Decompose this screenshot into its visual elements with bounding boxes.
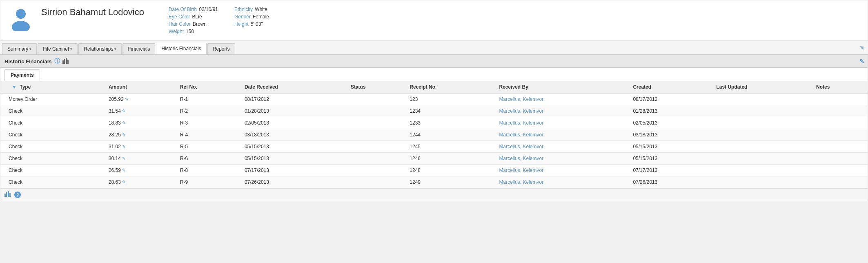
cell-amount: 26.59✎ — [105, 165, 176, 176]
gender-row: Gender Female — [234, 14, 284, 20]
table-row[interactable]: Check26.59✎R-807/17/20131248Marcellus, K… — [0, 165, 868, 176]
filter-icon[interactable]: ▼ — [12, 84, 17, 90]
footer-chart-icon[interactable] — [4, 191, 11, 198]
cell-received-by: Marcellus, Kelemvor — [495, 153, 629, 165]
cell-created: 02/05/2013 — [629, 117, 712, 129]
table-row[interactable]: Money Order205.92✎R-108/17/2012123Marcel… — [0, 93, 868, 105]
cell-last-updated — [712, 141, 812, 153]
amount-edit-icon[interactable]: ✎ — [122, 144, 126, 149]
table-row[interactable]: Check18.83✎R-302/05/20131233Marcellus, K… — [0, 117, 868, 129]
sub-tab-payments[interactable]: Payments — [4, 69, 40, 81]
section-title: Historic Financials — [4, 58, 52, 65]
received-by-link[interactable]: Marcellus, Kelemvor — [499, 156, 543, 161]
table-row[interactable]: Check28.25✎R-403/18/20131244Marcellus, K… — [0, 129, 868, 141]
received-by-link[interactable]: Marcellus, Kelemvor — [499, 120, 543, 126]
cell-date-received: 05/15/2013 — [240, 141, 347, 153]
tab-financials[interactable]: Financials — [122, 43, 155, 54]
eye-color-value: Blue — [192, 14, 202, 20]
info-icon[interactable]: ⓘ — [54, 58, 60, 65]
section-header: Historic Financials ⓘ ✎ — [0, 55, 868, 68]
cell-ref-no: R-9 — [176, 176, 240, 188]
tabs-edit-icon[interactable]: ✎ — [860, 45, 865, 51]
cell-notes — [812, 117, 868, 129]
svg-point-0 — [16, 9, 26, 19]
svg-rect-6 — [4, 194, 6, 197]
footer-bar: ? — [0, 188, 868, 201]
received-by-link[interactable]: Marcellus, Kelemvor — [499, 108, 543, 114]
chart-icon[interactable] — [62, 58, 69, 65]
cell-type: Check — [0, 117, 105, 129]
svg-rect-7 — [6, 192, 7, 197]
cell-last-updated — [712, 153, 812, 165]
table-row[interactable]: Check30.14✎R-605/15/20131246Marcellus, K… — [0, 153, 868, 165]
table-body: Money Order205.92✎R-108/17/2012123Marcel… — [0, 93, 868, 188]
received-by-link[interactable]: Marcellus, Kelemvor — [499, 167, 543, 173]
file-cabinet-dropdown-arrow: ▾ — [70, 47, 72, 51]
cell-amount: 205.92✎ — [105, 93, 176, 105]
cell-created: 08/17/2012 — [629, 93, 712, 105]
cell-date-received: 03/18/2013 — [240, 129, 347, 141]
gender-value: Female — [253, 14, 269, 20]
amount-edit-icon[interactable]: ✎ — [122, 109, 126, 114]
received-by-link[interactable]: Marcellus, Kelemvor — [499, 96, 543, 102]
hair-color-label: Hair Color — [169, 21, 191, 27]
amount-edit-icon[interactable]: ✎ — [122, 180, 126, 185]
cell-amount: 31.02✎ — [105, 141, 176, 153]
tab-reports-label: Reports — [213, 46, 230, 52]
cell-notes — [812, 176, 868, 188]
cell-created: 01/28/2013 — [629, 105, 712, 117]
tab-historic-financials-label: Historic Financials — [161, 46, 201, 51]
cell-last-updated — [712, 117, 812, 129]
col-receipt-no: Receipt No. — [405, 81, 495, 93]
avatar — [9, 7, 33, 31]
cell-created: 05/15/2013 — [629, 141, 712, 153]
tab-reports[interactable]: Reports — [207, 43, 235, 54]
footer-help-icon[interactable]: ? — [14, 192, 21, 198]
amount-edit-icon[interactable]: ✎ — [122, 120, 126, 125]
cell-receipt-no: 1246 — [405, 153, 495, 165]
cell-type: Check — [0, 176, 105, 188]
col-amount: Amount — [105, 81, 176, 93]
tab-file-cabinet[interactable]: File Cabinet ▾ — [38, 43, 78, 54]
tab-relationships[interactable]: Relationships ▾ — [78, 43, 122, 54]
table-row[interactable]: Check31.02✎R-505/15/20131245Marcellus, K… — [0, 141, 868, 153]
cell-ref-no: R-4 — [176, 129, 240, 141]
cell-amount: 18.83✎ — [105, 117, 176, 129]
cell-receipt-no: 1234 — [405, 105, 495, 117]
weight-row: Weight 150 — [169, 29, 218, 34]
person-info: Sirrion Bahamut Lodovico — [41, 7, 144, 18]
cell-amount: 31.54✎ — [105, 105, 176, 117]
received-by-link[interactable]: Marcellus, Kelemvor — [499, 132, 543, 138]
cell-receipt-no: 1249 — [405, 176, 495, 188]
height-row: Height 5' 03" — [234, 21, 284, 27]
svg-rect-8 — [8, 191, 9, 197]
table-container: ▼ Type Amount Ref No. Date Received Stat… — [0, 81, 868, 188]
tab-summary[interactable]: Summary ▾ — [2, 43, 37, 54]
cell-last-updated — [712, 129, 812, 141]
tab-historic-financials[interactable]: Historic Financials — [156, 43, 206, 54]
dob-value: 02/10/91 — [199, 7, 218, 12]
cell-received-by: Marcellus, Kelemvor — [495, 93, 629, 105]
cell-notes — [812, 129, 868, 141]
cell-ref-no: R-6 — [176, 153, 240, 165]
cell-received-by: Marcellus, Kelemvor — [495, 129, 629, 141]
col-notes: Notes — [812, 81, 868, 93]
table-row[interactable]: Check28.63✎R-907/26/20131249Marcellus, K… — [0, 176, 868, 188]
amount-edit-icon[interactable]: ✎ — [122, 132, 126, 137]
height-label: Height — [234, 21, 249, 27]
table-row[interactable]: Check31.54✎R-201/28/20131234Marcellus, K… — [0, 105, 868, 117]
received-by-link[interactable]: Marcellus, Kelemvor — [499, 144, 543, 149]
cell-ref-no: R-8 — [176, 165, 240, 176]
person-name: Sirrion Bahamut Lodovico — [41, 7, 144, 18]
amount-edit-icon[interactable]: ✎ — [125, 97, 129, 102]
cell-status — [347, 165, 405, 176]
cell-receipt-no: 1244 — [405, 129, 495, 141]
cell-date-received: 01/28/2013 — [240, 105, 347, 117]
amount-edit-icon[interactable]: ✎ — [122, 168, 126, 173]
received-by-link[interactable]: Marcellus, Kelemvor — [499, 179, 543, 185]
cell-ref-no: R-2 — [176, 105, 240, 117]
section-edit-icon[interactable]: ✎ — [859, 58, 864, 65]
amount-edit-icon[interactable]: ✎ — [122, 156, 126, 161]
col-status: Status — [347, 81, 405, 93]
sub-tab-payments-label: Payments — [11, 72, 34, 78]
